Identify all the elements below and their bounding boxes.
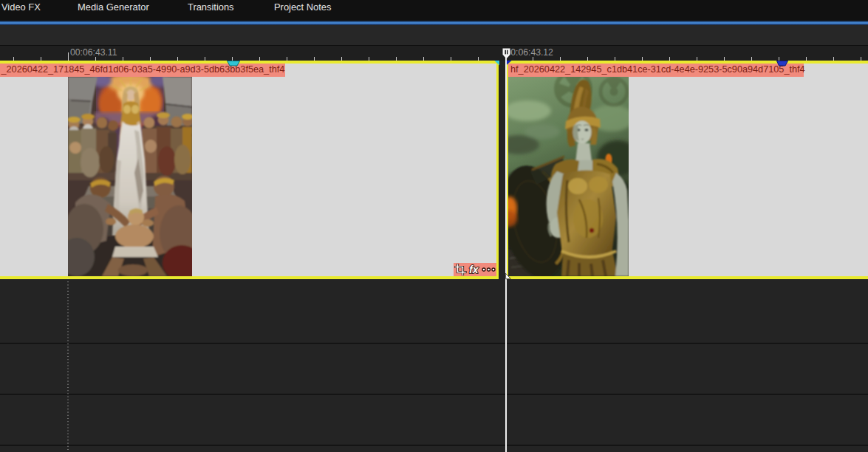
svg-text:fx: fx <box>469 264 479 275</box>
